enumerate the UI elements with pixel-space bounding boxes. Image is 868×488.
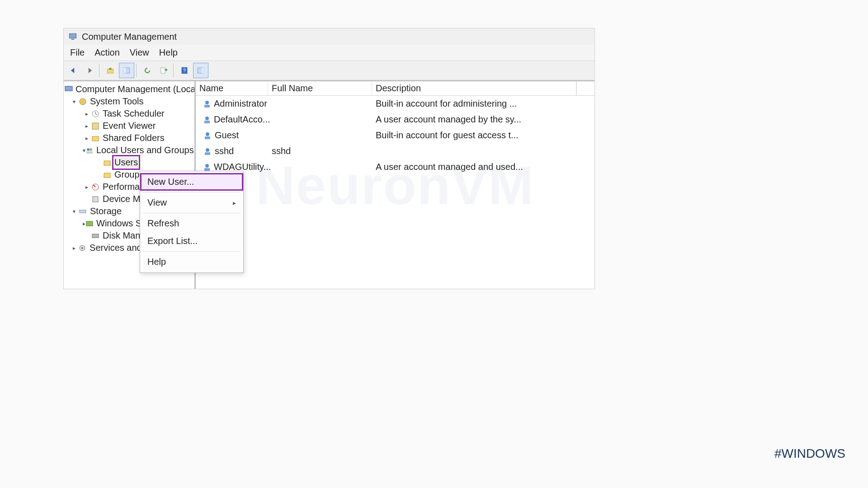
tree-label: Event Viewer bbox=[103, 121, 156, 131]
cm-view[interactable]: View▸ bbox=[140, 194, 243, 211]
expand-icon[interactable]: ▸ bbox=[83, 135, 91, 141]
tree-users[interactable]: Users bbox=[64, 156, 194, 169]
menu-view[interactable]: View bbox=[130, 47, 149, 58]
cm-label: Export List... bbox=[147, 236, 198, 246]
menubar: File Action View Help bbox=[64, 45, 594, 61]
list-header: Name Full Name Description bbox=[196, 81, 594, 96]
svg-rect-14 bbox=[92, 136, 99, 141]
expand-icon[interactable]: ▸ bbox=[70, 245, 78, 251]
svg-rect-32 bbox=[205, 136, 210, 139]
collapse-icon[interactable]: ▾ bbox=[70, 208, 78, 215]
list-row[interactable]: AdministratorBuilt-in account for admini… bbox=[196, 96, 594, 112]
cm-separator bbox=[143, 251, 241, 252]
services-icon bbox=[78, 244, 87, 253]
svg-point-26 bbox=[81, 247, 83, 249]
list-row[interactable]: DefaultAcco...A user account managed by … bbox=[196, 112, 594, 127]
list-row[interactable]: sshdsshd bbox=[196, 143, 594, 159]
toolbar-separator bbox=[136, 64, 138, 77]
list-row[interactable]: GuestBuilt-in account for guest access t… bbox=[196, 127, 594, 143]
svg-rect-9 bbox=[202, 68, 204, 73]
tree-local-users-groups[interactable]: ▾ Local Users and Groups bbox=[64, 144, 194, 156]
user-icon bbox=[203, 131, 212, 140]
svg-rect-36 bbox=[204, 168, 210, 171]
refresh-button[interactable] bbox=[140, 63, 155, 78]
svg-rect-23 bbox=[86, 221, 93, 226]
backup-icon bbox=[85, 219, 94, 228]
toolbar-separator bbox=[99, 64, 101, 77]
cm-help[interactable]: Help bbox=[140, 253, 243, 271]
tree-task-scheduler[interactable]: ▸ Task Scheduler bbox=[64, 108, 194, 120]
svg-rect-24 bbox=[92, 234, 99, 238]
show-pane-button[interactable] bbox=[119, 63, 134, 78]
list-rows: AdministratorBuilt-in account for admini… bbox=[196, 96, 594, 175]
tree-label: Shared Folders bbox=[103, 133, 165, 143]
svg-point-27 bbox=[205, 101, 209, 104]
user-name: sshd bbox=[215, 146, 234, 156]
tree-label: System Tools bbox=[90, 96, 144, 107]
user-name: Guest bbox=[215, 130, 239, 141]
cm-label: New User... bbox=[147, 177, 194, 187]
user-description: A user account managed and used... bbox=[376, 162, 523, 172]
cm-label: View bbox=[147, 197, 167, 208]
window-title: Computer Management bbox=[82, 32, 177, 42]
collapse-icon[interactable]: ▾ bbox=[70, 99, 78, 105]
svg-rect-2 bbox=[107, 69, 113, 73]
forward-button[interactable] bbox=[82, 63, 97, 78]
svg-point-35 bbox=[205, 164, 209, 168]
up-folder-button[interactable] bbox=[103, 63, 118, 78]
cm-label: Help bbox=[147, 257, 166, 267]
computer-management-icon bbox=[68, 32, 77, 41]
svg-point-29 bbox=[205, 117, 209, 120]
svg-rect-10 bbox=[65, 86, 72, 91]
svg-rect-4 bbox=[123, 68, 126, 73]
users-group-icon bbox=[85, 146, 94, 155]
user-icon bbox=[203, 147, 212, 156]
folder-icon bbox=[103, 158, 112, 167]
cm-refresh[interactable]: Refresh bbox=[140, 215, 243, 232]
device-icon bbox=[91, 195, 100, 204]
cm-separator bbox=[143, 192, 241, 192]
export-button[interactable] bbox=[156, 63, 171, 78]
menu-help[interactable]: Help bbox=[159, 47, 178, 58]
tree-label: Computer Management (Local) bbox=[75, 84, 196, 94]
back-button[interactable] bbox=[66, 63, 81, 78]
svg-rect-28 bbox=[204, 105, 210, 108]
cm-separator bbox=[143, 213, 241, 213]
tree-event-viewer[interactable]: ▸ Event Viewer bbox=[64, 120, 194, 132]
tree-root[interactable]: Computer Management (Local) bbox=[64, 83, 194, 95]
svg-rect-21 bbox=[93, 197, 98, 202]
user-name: Administrator bbox=[214, 99, 267, 109]
menu-file[interactable]: File bbox=[70, 47, 85, 58]
action-pane-button[interactable] bbox=[193, 63, 208, 78]
tree-shared-folders[interactable]: ▸ Shared Folders bbox=[64, 132, 194, 144]
svg-rect-18 bbox=[104, 161, 110, 165]
user-icon bbox=[203, 99, 211, 108]
expand-icon[interactable]: ▸ bbox=[83, 184, 91, 190]
tree-label: Task Scheduler bbox=[103, 108, 165, 119]
expand-icon[interactable]: ▸ bbox=[83, 111, 91, 117]
list-row[interactable]: WDAGUtility...A user account managed and… bbox=[196, 159, 594, 175]
help-button[interactable]: ? bbox=[177, 63, 192, 78]
computer-icon bbox=[65, 85, 73, 94]
svg-rect-0 bbox=[70, 33, 76, 38]
cm-export[interactable]: Export List... bbox=[140, 232, 243, 250]
expand-icon[interactable]: ▸ bbox=[83, 123, 91, 129]
svg-point-33 bbox=[206, 148, 209, 152]
toolbar: ? bbox=[64, 61, 594, 80]
svg-point-16 bbox=[90, 148, 92, 151]
menu-action[interactable]: Action bbox=[94, 47, 120, 58]
col-description[interactable]: Description bbox=[372, 81, 576, 95]
col-full-name[interactable]: Full Name bbox=[268, 81, 372, 95]
svg-rect-1 bbox=[71, 39, 75, 40]
tree-system-tools[interactable]: ▾ System Tools bbox=[64, 95, 194, 108]
performance-icon bbox=[91, 183, 100, 192]
cm-new-user[interactable]: New User... bbox=[140, 173, 243, 191]
event-icon bbox=[91, 122, 100, 131]
col-name[interactable]: Name bbox=[196, 81, 268, 95]
tree-label: Users bbox=[114, 157, 138, 168]
col-spacer bbox=[576, 81, 594, 95]
titlebar: Computer Management bbox=[64, 28, 594, 45]
svg-rect-22 bbox=[80, 210, 86, 213]
storage-icon bbox=[78, 207, 87, 216]
tree-label: Local Users and Groups bbox=[96, 145, 194, 155]
